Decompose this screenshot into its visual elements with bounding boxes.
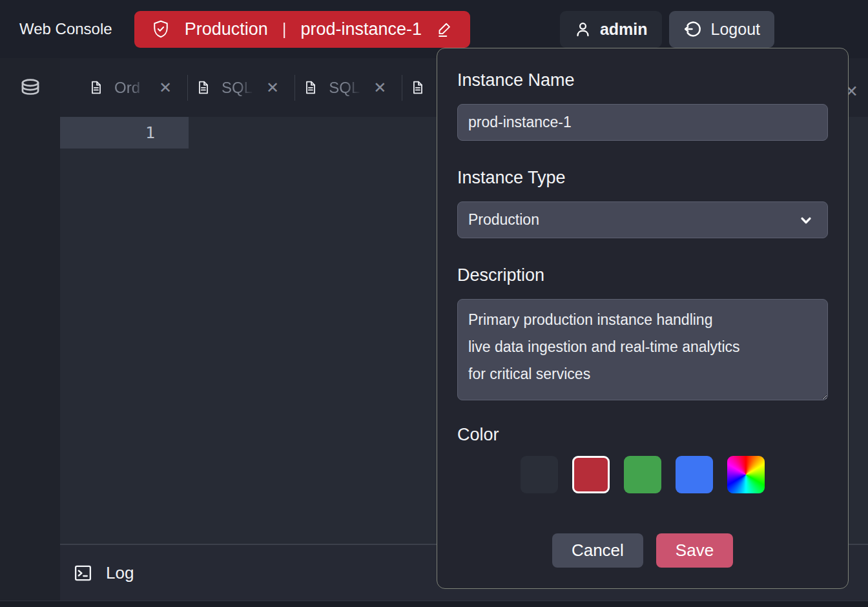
color-swatch-green[interactable] [624, 456, 661, 493]
instance-name-label: Instance Name [457, 69, 828, 91]
logout-icon [683, 19, 703, 39]
tab-1[interactable]: Ord ✕ [88, 79, 180, 97]
tab-separator [294, 75, 295, 101]
tab-close-icon[interactable]: ✕ [159, 80, 172, 96]
sidebar [0, 58, 60, 601]
tab-3[interactable]: SQL ✕ [303, 79, 394, 97]
instance-type-value: Production [468, 211, 539, 229]
chevron-down-icon [798, 212, 814, 229]
bottom-strip [0, 601, 868, 607]
instance-type-label: Instance Type [457, 167, 828, 189]
instance-settings-popover: Instance Name Instance Type Production D… [437, 48, 849, 589]
popover-actions: Cancel Save [457, 533, 828, 568]
color-label: Color [457, 424, 828, 446]
user-name: admin [600, 20, 648, 39]
app-title: Web Console [19, 20, 112, 38]
badge-type-label: Production [185, 19, 268, 39]
tab-close-icon[interactable]: ✕ [373, 80, 386, 96]
database-icon[interactable] [18, 76, 43, 601]
color-swatch-row [457, 456, 828, 493]
file-icon [88, 79, 103, 96]
file-icon [410, 79, 425, 96]
active-line-number: 1 [60, 117, 189, 149]
tab-label: SQL [222, 79, 255, 97]
tab-close-icon[interactable]: ✕ [266, 80, 279, 96]
logout-button[interactable]: Logout [669, 11, 774, 48]
save-button[interactable]: Save [656, 533, 733, 568]
tab-separator [402, 75, 402, 101]
user-chip[interactable]: admin [560, 11, 662, 48]
instance-type-select[interactable]: Production [457, 201, 828, 238]
color-swatch-red[interactable] [572, 456, 610, 493]
tab-label: SQL [329, 79, 362, 97]
cancel-button[interactable]: Cancel [552, 533, 643, 568]
shield-check-icon [151, 19, 170, 39]
edit-pencil-icon[interactable] [436, 21, 453, 38]
terminal-icon [73, 563, 93, 583]
instance-badge[interactable]: Production | prod-instance-1 [134, 11, 470, 48]
description-label: Description [457, 264, 828, 286]
tab-2[interactable]: SQL ✕ [196, 79, 287, 97]
badge-separator: | [282, 19, 287, 39]
color-swatch-blue[interactable] [676, 456, 713, 493]
badge-instance-name: prod-instance-1 [301, 19, 422, 39]
file-icon [303, 79, 318, 96]
instance-name-input[interactable] [457, 104, 828, 141]
user-icon [574, 20, 592, 39]
color-swatch-rainbow[interactable] [727, 456, 765, 493]
file-icon [196, 79, 211, 96]
logout-label: Logout [711, 20, 760, 39]
log-label: Log [106, 563, 134, 583]
tab-separator [187, 75, 188, 101]
color-swatch-default[interactable] [521, 456, 558, 493]
description-textarea[interactable]: Primary production instance handling liv… [457, 299, 828, 400]
tab-label: Ord [114, 79, 148, 97]
